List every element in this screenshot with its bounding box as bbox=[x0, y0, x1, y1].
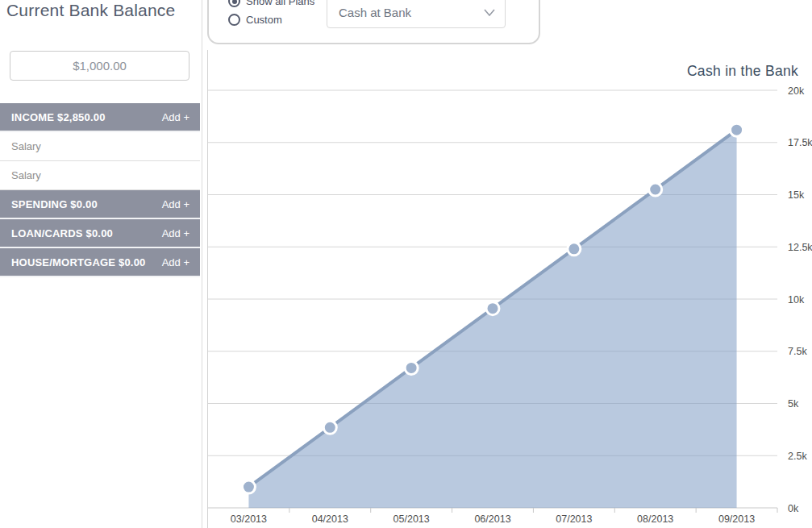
radio-unselected-icon[interactable] bbox=[228, 14, 240, 26]
y-axis-label: 5k bbox=[788, 398, 799, 410]
bank-balance-input[interactable] bbox=[10, 51, 189, 81]
x-axis-label: 08/2013 bbox=[637, 513, 673, 525]
x-axis-label: 06/2013 bbox=[474, 513, 510, 525]
app-window: Current Bank Balance INCOME $2,850.00 Ad… bbox=[0, 0, 812, 528]
budget-section-list: INCOME $2,850.00 Add + Salary Salary SPE… bbox=[0, 103, 200, 277]
radio-show-all-plans[interactable]: Show all Plans bbox=[228, 0, 314, 7]
y-axis-label: 12.5k bbox=[788, 242, 812, 253]
area-fill bbox=[248, 130, 736, 508]
data-point-marker[interactable] bbox=[649, 183, 662, 196]
data-point-marker[interactable] bbox=[486, 302, 499, 315]
plan-filter-panel: Show all Plans Custom Cash at Bank bbox=[207, 0, 540, 44]
plan-select-value: Cash at Bank bbox=[339, 6, 484, 19]
cash-area-chart: 0k2.5k5k7.5k10k12.5k15k17.5k20k03/201304… bbox=[207, 48, 812, 528]
add-mortgage-button[interactable]: Add + bbox=[162, 256, 189, 268]
section-header-income[interactable]: INCOME $2,850.00 Add + bbox=[0, 103, 200, 132]
list-item-salary[interactable]: Salary bbox=[0, 132, 200, 161]
x-axis-label: 03/2013 bbox=[231, 513, 267, 525]
radio-custom[interactable]: Custom bbox=[228, 14, 314, 26]
x-axis-label: 09/2013 bbox=[718, 513, 755, 525]
y-axis-label: 20k bbox=[788, 85, 805, 97]
y-axis-label: 0k bbox=[788, 503, 799, 514]
data-point-marker[interactable] bbox=[242, 480, 255, 493]
y-axis-label: 7.5k bbox=[788, 346, 807, 357]
data-point-marker[interactable] bbox=[731, 123, 743, 136]
plan-select-dropdown[interactable]: Cash at Bank bbox=[327, 0, 506, 28]
plan-radio-group: Show all Plans Custom bbox=[228, 0, 314, 26]
list-item-salary[interactable]: Salary bbox=[0, 161, 200, 190]
radio-label: Custom bbox=[246, 14, 282, 26]
radio-label: Show all Plans bbox=[246, 0, 314, 7]
page-title: Current Bank Balance bbox=[6, 1, 175, 20]
data-point-marker[interactable] bbox=[568, 243, 581, 256]
section-label: SPENDING $0.00 bbox=[11, 198, 98, 210]
item-label: Salary bbox=[11, 140, 41, 152]
section-label: LOAN/CARDS $0.00 bbox=[11, 227, 113, 239]
section-label: HOUSE/MORTGAGE $0.00 bbox=[11, 256, 146, 268]
plan-sidebar: Current Bank Balance INCOME $2,850.00 Ad… bbox=[0, 0, 202, 528]
add-spending-button[interactable]: Add + bbox=[162, 198, 189, 210]
sidebar-divider bbox=[202, 0, 202, 528]
section-header-house-mortgage[interactable]: HOUSE/MORTGAGE $0.00 Add + bbox=[0, 248, 200, 277]
x-axis-label: 04/2013 bbox=[312, 513, 348, 525]
y-axis-label: 17.5k bbox=[788, 137, 812, 148]
section-header-loan-cards[interactable]: LOAN/CARDS $0.00 Add + bbox=[0, 219, 200, 248]
y-axis-label: 15k bbox=[788, 189, 805, 201]
chevron-down-icon bbox=[484, 9, 495, 16]
y-axis-label: 10k bbox=[788, 294, 805, 306]
data-point-marker[interactable] bbox=[323, 421, 336, 434]
x-axis-label: 07/2013 bbox=[556, 513, 592, 525]
data-point-marker[interactable] bbox=[405, 361, 418, 374]
add-income-button[interactable]: Add + bbox=[162, 111, 189, 123]
section-header-spending[interactable]: SPENDING $0.00 Add + bbox=[0, 190, 200, 219]
x-axis-label: 05/2013 bbox=[394, 513, 430, 525]
radio-selected-icon[interactable] bbox=[228, 0, 240, 7]
y-axis-label: 2.5k bbox=[788, 451, 807, 462]
section-label: INCOME $2,850.00 bbox=[11, 111, 106, 123]
item-label: Salary bbox=[11, 169, 41, 181]
add-loan-button[interactable]: Add + bbox=[162, 227, 189, 239]
